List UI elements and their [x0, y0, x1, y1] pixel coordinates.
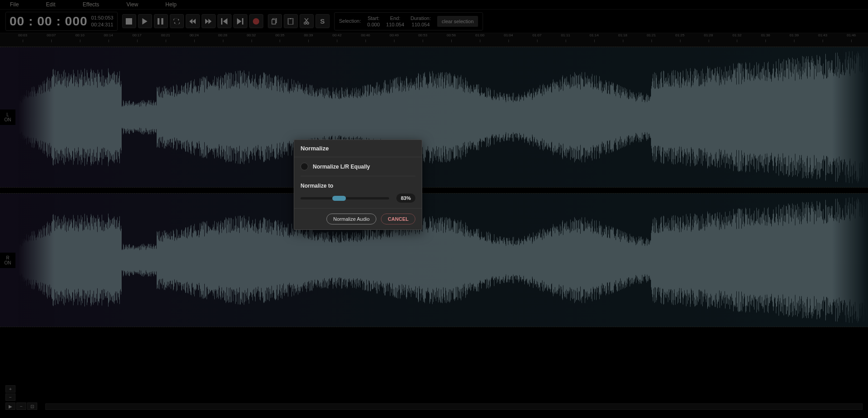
cancel-button[interactable]: CANCEL — [381, 214, 415, 224]
dialog-title: Normalize — [294, 140, 422, 157]
normalize-equally-checkbox[interactable] — [301, 163, 308, 170]
normalize-equally-label: Normalize L/R Equally — [313, 164, 370, 170]
normalize-to-label: Normalize to — [301, 183, 415, 189]
normalize-slider[interactable] — [301, 197, 389, 199]
slider-thumb[interactable] — [332, 196, 346, 201]
normalize-audio-button[interactable]: Normalize Audio — [326, 214, 376, 224]
normalize-percent: 83% — [396, 194, 415, 203]
normalize-dialog: Normalize Normalize L/R Equally Normaliz… — [294, 139, 422, 230]
modal-overlay[interactable] — [0, 0, 868, 418]
